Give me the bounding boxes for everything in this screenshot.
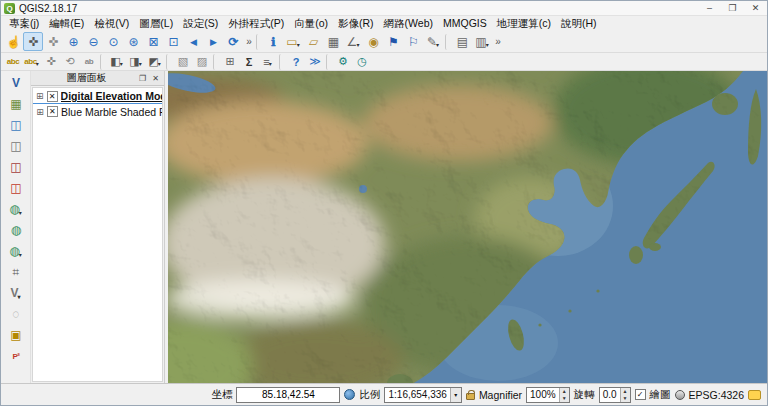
- add-wcs-layer[interactable]: ◍: [4, 220, 28, 240]
- field-calculator[interactable]: ⊞: [220, 54, 239, 70]
- layer-styling[interactable]: ◩ ▾: [145, 54, 164, 70]
- icon-glyph: ⟳: [228, 35, 238, 49]
- add-oracle-layer[interactable]: ◫: [4, 178, 28, 198]
- change-label-properties[interactable]: ab: [79, 54, 98, 70]
- close-button[interactable]: ✕: [744, 1, 767, 15]
- open-attribute-table[interactable]: ▦: [323, 32, 343, 51]
- text-annotation[interactable]: ✎ ▾: [423, 32, 443, 51]
- add-mssql-layer[interactable]: ◫: [4, 157, 28, 177]
- new-spatialite-layer[interactable]: ◌: [4, 304, 28, 324]
- labeling-options[interactable]: abc ▾: [22, 54, 41, 70]
- map-tips[interactable]: ◉: [363, 32, 383, 51]
- zoom-in-tool[interactable]: ⊕: [63, 32, 83, 51]
- composer-manager[interactable]: ▥ ▾: [472, 32, 492, 51]
- menu-item[interactable]: 地理運算(c): [492, 16, 556, 31]
- crs-status-icon[interactable]: [675, 390, 685, 400]
- zoom-next[interactable]: ▶: [203, 32, 223, 51]
- scale-value: 1:16,654,336: [385, 389, 449, 400]
- pan-to-selection-tool[interactable]: ✜: [43, 32, 63, 51]
- rotate-label[interactable]: ⟲: [60, 54, 79, 70]
- layer-item-blue-marble[interactable]: ⊞ ✕ Blue Marble Shaded R...: [33, 104, 162, 119]
- rotation-spinbox[interactable]: 0.0 ▲ ▼: [599, 387, 631, 403]
- expander-icon[interactable]: ⊞: [36, 91, 44, 101]
- scale-combo[interactable]: 1:16,654,336 ▾: [384, 387, 461, 403]
- epsg-code[interactable]: EPSG:4326: [689, 389, 744, 401]
- add-raster-layer[interactable]: ▦: [4, 94, 28, 114]
- menu-item[interactable]: 編輯(E): [44, 16, 89, 31]
- expander-icon[interactable]: ⊞: [36, 107, 44, 117]
- coordinate-input[interactable]: [236, 387, 340, 403]
- spin-down-icon[interactable]: ▼: [621, 395, 630, 402]
- python-console[interactable]: ≫: [305, 54, 324, 70]
- float-panel-button[interactable]: ❐: [136, 72, 149, 85]
- layer-item-digital-elevation-model[interactable]: ⊞ ✕ Digital Elevation Mode...: [33, 89, 162, 104]
- raster-stretch-histogram[interactable]: ▧: [173, 54, 192, 70]
- add-wms-layer[interactable]: ◍ ▾: [4, 199, 28, 219]
- clipboard-plugin-tool[interactable]: ▣: [4, 325, 28, 345]
- scale-lock-icon[interactable]: [466, 393, 475, 400]
- deselect-features[interactable]: ▱: [303, 32, 323, 51]
- message-log-icon[interactable]: [748, 390, 761, 400]
- processing-toolbox[interactable]: ⚙: [333, 54, 352, 70]
- menu-item[interactable]: 外掛程式(P): [223, 16, 289, 31]
- toolbar-row-1: ☝ ✜ ✜ ⊕ ⊖ ⊙: [1, 31, 767, 53]
- menu-item[interactable]: 說明(H): [556, 16, 602, 31]
- processing-history[interactable]: ◷: [352, 54, 371, 70]
- menu-item[interactable]: 設定(S): [178, 16, 223, 31]
- dropdown-arrow-icon: ▾: [19, 209, 22, 218]
- spin-up-icon[interactable]: ▲: [560, 388, 569, 395]
- show-labels[interactable]: abc: [3, 54, 22, 70]
- zoom-native-resolution[interactable]: ⊙: [103, 32, 123, 51]
- menu-item[interactable]: 網路(Web): [379, 16, 438, 31]
- layout-menu[interactable]: ≡ ▾: [258, 54, 277, 70]
- p2-plugin-tool[interactable]: P²: [4, 346, 28, 366]
- layer-checkbox[interactable]: ✕: [47, 106, 58, 117]
- zoom-to-selection[interactable]: ⊠: [143, 32, 163, 51]
- add-postgis-layer[interactable]: ◫: [4, 115, 28, 135]
- magnifier-spinbox[interactable]: 100% ▲ ▼: [526, 387, 570, 403]
- zoom-out-tool[interactable]: ⊖: [83, 32, 103, 51]
- layer-checkbox[interactable]: ✕: [47, 91, 58, 102]
- show-bookmarks[interactable]: ⚐: [403, 32, 423, 51]
- menu-item[interactable]: 圖層(L): [134, 16, 178, 31]
- minimize-button[interactable]: –: [698, 1, 721, 15]
- identify-features[interactable]: ℹ: [263, 32, 283, 51]
- menu-item[interactable]: MMQGIS: [438, 16, 492, 31]
- qgis-window: Q QGIS2.18.17 – ❐ ✕ 專案(j)編輯(E)檢視(V)圖層(L)…: [0, 0, 768, 406]
- menu-item[interactable]: 影像(R): [333, 16, 379, 31]
- refresh-map[interactable]: ⟳: [223, 32, 243, 51]
- toolbar-overflow-1[interactable]: »: [243, 32, 254, 51]
- measure-tool[interactable]: ∠ ▾: [343, 32, 363, 51]
- new-bookmark[interactable]: ⚑: [383, 32, 403, 51]
- move-label[interactable]: ✜: [41, 54, 60, 70]
- menu-item[interactable]: 檢視(V): [89, 16, 134, 31]
- icon-glyph: ab: [85, 57, 93, 66]
- whats-this-help[interactable]: ?: [286, 54, 305, 70]
- menu-item[interactable]: 向量(o): [289, 16, 333, 31]
- toolbar-overflow-2[interactable]: »: [492, 32, 503, 51]
- maximize-button[interactable]: ❐: [721, 1, 744, 15]
- render-checkbox[interactable]: ✓: [635, 389, 646, 400]
- paste-style[interactable]: ◨ ▾: [126, 54, 145, 70]
- pan-map-tool[interactable]: ✜: [23, 32, 43, 51]
- zoom-to-layer[interactable]: ⊡: [163, 32, 183, 51]
- add-delimited-text-layer[interactable]: ⌗: [4, 262, 28, 282]
- zoom-last[interactable]: ◀: [183, 32, 203, 51]
- map-canvas[interactable]: [168, 71, 767, 383]
- select-features[interactable]: ▭ ▾: [283, 32, 303, 51]
- spin-up-icon[interactable]: ▲: [621, 388, 630, 395]
- zoom-full-extent[interactable]: ⊛: [123, 32, 143, 51]
- statistical-summary[interactable]: Σ: [239, 54, 258, 70]
- copy-style[interactable]: ◧ ▾: [107, 54, 126, 70]
- raster-local-stretch[interactable]: ▨: [192, 54, 211, 70]
- menu-item[interactable]: 專案(j): [4, 16, 44, 31]
- add-spatialite-layer[interactable]: ◫: [4, 136, 28, 156]
- new-shapefile-layer[interactable]: V ▾: [4, 283, 28, 303]
- add-vector-layer[interactable]: V: [4, 73, 28, 93]
- new-print-composer[interactable]: ▤: [452, 32, 472, 51]
- spin-down-icon[interactable]: ▼: [560, 395, 569, 402]
- close-panel-button[interactable]: ✕: [149, 72, 162, 85]
- combo-arrow-icon[interactable]: ▾: [450, 388, 461, 402]
- touch-zoom-pan-tool[interactable]: ☝: [3, 32, 23, 51]
- add-wfs-layer[interactable]: ◍ ▾: [4, 241, 28, 261]
